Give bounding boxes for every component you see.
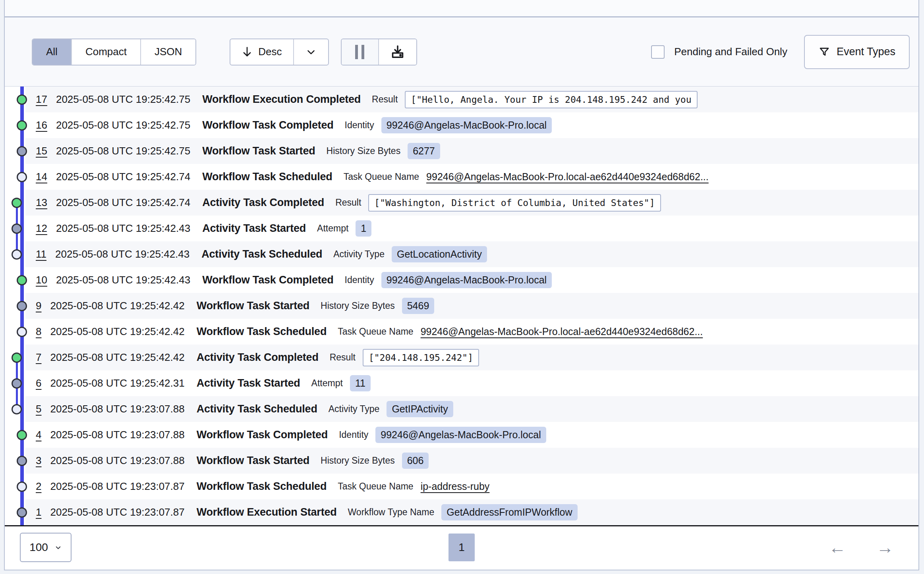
event-detail-badge: GetAddressFromIPWorkflow [441, 504, 577, 520]
pause-icon [355, 45, 364, 59]
event-id-link[interactable]: 15 [36, 145, 47, 157]
event-detail-badge: 1 [356, 220, 371, 237]
arrow-down-icon [242, 46, 253, 58]
event-timestamp: 2025-05-08 UTC 19:23:07.87 [50, 506, 184, 518]
event-row[interactable]: 16 2025-05-08 UTC 19:25:42.75 Workflow T… [5, 112, 918, 138]
current-page-indicator[interactable]: 1 [448, 534, 475, 561]
event-timestamp: 2025-05-08 UTC 19:25:42.75 [56, 119, 190, 131]
event-timestamp: 2025-05-08 UTC 19:25:42.42 [50, 300, 184, 312]
sort-order-control: Desc [230, 39, 329, 65]
chevron-down-icon [54, 544, 62, 551]
chevron-down-icon [305, 46, 317, 58]
task-queue-link[interactable]: 99246@Angelas-MacBook-Pro.local-ae62d440… [426, 171, 709, 183]
event-id-link[interactable]: 2 [36, 480, 41, 493]
arrow-left-icon[interactable]: ← [829, 539, 846, 556]
event-id-link[interactable]: 3 [36, 455, 41, 467]
event-timestamp: 2025-05-08 UTC 19:23:07.88 [50, 455, 184, 467]
task-queue-link[interactable]: 99246@Angelas-MacBook-Pro.local-ae62d440… [421, 326, 703, 337]
tab-json[interactable]: JSON [141, 39, 195, 65]
event-detail-label: Task Queue Name [338, 481, 413, 492]
event-timestamp: 2025-05-08 UTC 19:23:07.87 [50, 480, 184, 493]
event-row[interactable]: 7 2025-05-08 UTC 19:25:42.42 Activity Ta… [5, 345, 918, 370]
event-timestamp: 2025-05-08 UTC 19:25:42.74 [56, 171, 190, 183]
event-id-link[interactable]: 11 [36, 248, 46, 260]
event-id-link[interactable]: 10 [36, 274, 47, 286]
event-row[interactable]: 17 2025-05-08 UTC 19:25:42.75 Workflow E… [5, 87, 918, 112]
event-types-label: Event Types [837, 46, 895, 58]
event-timestamp: 2025-05-08 UTC 19:25:42.31 [50, 377, 184, 389]
event-id-link[interactable]: 4 [36, 429, 41, 441]
event-id-link[interactable]: 16 [36, 119, 47, 131]
event-detail-code: ["204.148.195.242"] [363, 349, 479, 366]
event-row[interactable]: 11 2025-05-08 UTC 19:25:42.43 Activity T… [5, 241, 918, 267]
event-id-link[interactable]: 12 [36, 222, 47, 235]
tab-compact[interactable]: Compact [72, 39, 141, 65]
download-button[interactable] [379, 39, 416, 65]
event-timestamp: 2025-05-08 UTC 19:25:42.42 [50, 326, 184, 338]
event-name: Workflow Task Completed [197, 429, 328, 441]
event-detail-label: History Size Bytes [321, 455, 395, 466]
pause-button[interactable] [342, 39, 379, 65]
event-id-link[interactable]: 14 [36, 171, 47, 183]
page-size-value: 100 [29, 541, 48, 554]
pagination-bar: 100 1 ← → [5, 526, 918, 568]
event-detail-badge: 99246@Angelas-MacBook-Pro.local [381, 117, 552, 133]
event-id-link[interactable]: 5 [36, 403, 41, 415]
event-detail-label: Workflow Type Name [348, 507, 435, 518]
event-detail-label: Result [335, 197, 361, 208]
event-timestamp: 2025-05-08 UTC 19:25:42.42 [50, 351, 184, 364]
sort-options-button[interactable] [294, 39, 328, 65]
event-row[interactable]: 5 2025-05-08 UTC 19:23:07.88 Activity Ta… [5, 396, 918, 422]
event-history-toolbar: All Compact JSON Desc [5, 17, 918, 87]
event-detail-label: Attempt [317, 223, 348, 234]
event-detail-code: ["Hello, Angela. Your IP is 204.148.195.… [405, 91, 697, 108]
event-name: Activity Task Scheduled [201, 248, 322, 260]
event-detail-label: Identity [345, 275, 374, 285]
event-id-link[interactable]: 9 [36, 300, 41, 312]
event-detail-badge: 99246@Angelas-MacBook-Pro.local [381, 272, 552, 288]
page-size-select[interactable]: 100 [20, 533, 72, 562]
event-row[interactable]: 12 2025-05-08 UTC 19:25:42.43 Activity T… [5, 216, 918, 241]
event-timestamp: 2025-05-08 UTC 19:25:42.43 [55, 248, 189, 260]
event-name: Workflow Task Scheduled [197, 326, 327, 338]
event-detail-badge: GetIPActivity [387, 401, 453, 417]
filter-funnel-icon [818, 46, 830, 58]
event-id-link[interactable]: 13 [36, 196, 47, 209]
event-row[interactable]: 15 2025-05-08 UTC 19:25:42.75 Workflow T… [5, 138, 918, 164]
event-detail-code: ["Washington, District of Columbia, Unit… [368, 194, 661, 212]
event-row[interactable]: 6 2025-05-08 UTC 19:25:42.31 Activity Ta… [5, 370, 918, 396]
arrow-right-icon[interactable]: → [876, 539, 894, 556]
pending-failed-checkbox[interactable] [651, 45, 665, 59]
event-row[interactable]: 3 2025-05-08 UTC 19:23:07.88 Workflow Ta… [5, 448, 918, 474]
event-id-link[interactable]: 1 [36, 506, 41, 518]
sort-desc-button[interactable]: Desc [230, 39, 294, 65]
event-timestamp: 2025-05-08 UTC 19:23:07.88 [50, 403, 184, 415]
event-name: Workflow Task Started [197, 455, 309, 467]
view-mode-tabs: All Compact JSON [32, 39, 196, 65]
event-detail-label: Activity Type [333, 249, 385, 260]
panel-header-strip [5, 0, 918, 17]
event-row[interactable]: 10 2025-05-08 UTC 19:25:42.43 Workflow T… [5, 267, 918, 293]
event-row[interactable]: 9 2025-05-08 UTC 19:25:42.42 Workflow Ta… [5, 293, 918, 319]
event-list: 17 2025-05-08 UTC 19:25:42.75 Workflow E… [5, 87, 918, 525]
event-row[interactable]: 14 2025-05-08 UTC 19:25:42.74 Workflow T… [5, 164, 918, 190]
tab-all[interactable]: All [33, 39, 72, 65]
event-id-link[interactable]: 17 [36, 93, 47, 106]
task-queue-link[interactable]: ip-address-ruby [421, 481, 490, 492]
event-row[interactable]: 2 2025-05-08 UTC 19:23:07.87 Workflow Ta… [5, 474, 918, 499]
event-detail-label: Attempt [311, 378, 343, 389]
event-detail-badge: 6277 [408, 143, 440, 159]
event-history-panel: All Compact JSON Desc [4, 0, 919, 570]
event-id-link[interactable]: 7 [36, 351, 41, 364]
event-row[interactable]: 1 2025-05-08 UTC 19:23:07.87 Workflow Ex… [5, 499, 918, 525]
event-id-link[interactable]: 6 [36, 377, 41, 389]
event-detail-label: Result [330, 352, 356, 363]
event-id-link[interactable]: 8 [36, 326, 41, 338]
event-row[interactable]: 13 2025-05-08 UTC 19:25:42.74 Activity T… [5, 190, 918, 216]
event-name: Workflow Execution Completed [202, 93, 361, 106]
event-row[interactable]: 4 2025-05-08 UTC 19:23:07.88 Workflow Ta… [5, 422, 918, 448]
event-row[interactable]: 8 2025-05-08 UTC 19:25:42.42 Workflow Ta… [5, 319, 918, 345]
event-name: Workflow Task Completed [202, 274, 333, 286]
event-detail-label: Task Queue Name [338, 326, 413, 337]
event-types-button[interactable]: Event Types [804, 35, 910, 69]
